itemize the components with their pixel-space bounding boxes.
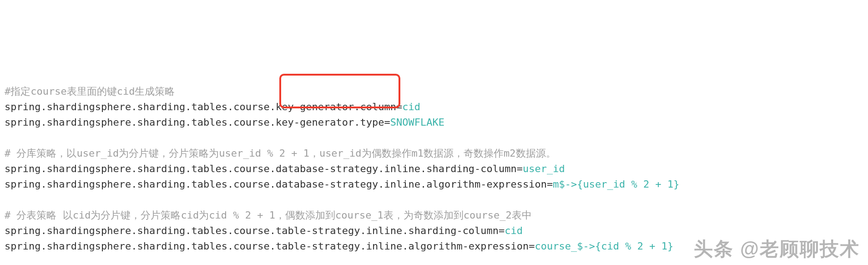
prop-db-column: spring.shardingsphere.sharding.tables.co… <box>5 163 523 174</box>
val-key-type: SNOWFLAKE <box>390 117 444 128</box>
config-code-block: #指定course表里面的键cid生成策略 spring.shardingsph… <box>5 68 863 265</box>
val-db-expr: m$->{user_id % 2 + 1} <box>553 178 679 190</box>
val-db-column: user_id <box>523 163 565 174</box>
comment-db-strategy: # 分库策略，以user_id为分片键，分片策略为user_id % 2 + 1… <box>5 148 556 159</box>
comment-table-strategy: # 分表策略 以cid为分片键，分片策略cid为cid % 2 + 1，偶数添加… <box>5 209 532 221</box>
prop-key-type: spring.shardingsphere.sharding.tables.co… <box>5 117 390 128</box>
comment-key-generator: #指定course表里面的键cid生成策略 <box>5 86 175 97</box>
prop-db-expr: spring.shardingsphere.sharding.tables.co… <box>5 178 553 190</box>
prop-key-column: spring.shardingsphere.sharding.tables.co… <box>5 101 402 112</box>
prop-table-expr: spring.shardingsphere.sharding.tables.co… <box>5 240 535 252</box>
val-table-column: cid <box>505 225 523 236</box>
val-key-column: cid <box>402 101 420 112</box>
prop-table-column: spring.shardingsphere.sharding.tables.co… <box>5 225 505 236</box>
val-table-expr: course_$->{cid % 2 + 1} <box>535 240 674 252</box>
